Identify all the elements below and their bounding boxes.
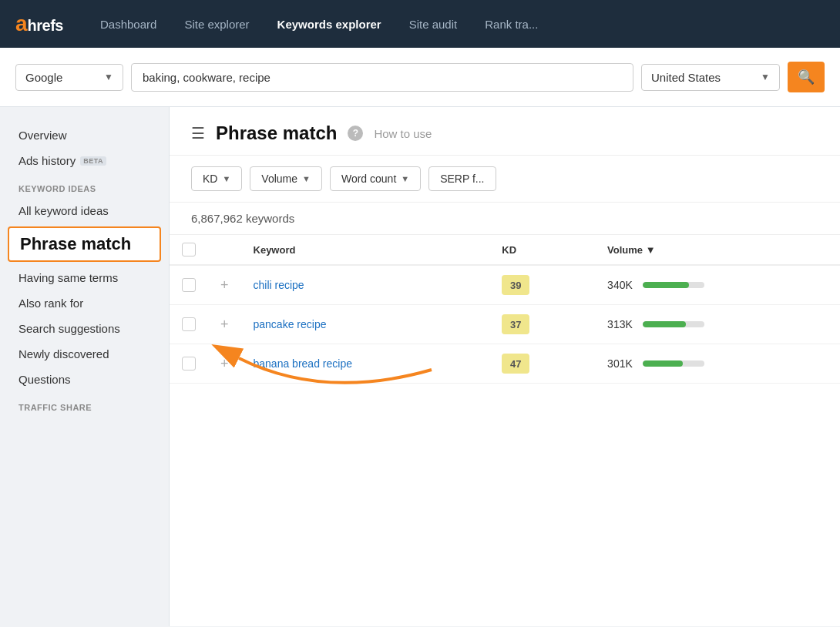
volume-bar-container bbox=[643, 282, 704, 288]
row-keyword-cell: chili recipe bbox=[241, 265, 490, 305]
ads-history-beta-badge: BETA bbox=[80, 156, 106, 166]
th-keyword: Keyword bbox=[241, 235, 490, 265]
sidebar-item-all-keyword-ideas[interactable]: All keyword ideas bbox=[0, 198, 169, 223]
th-checkbox[interactable] bbox=[170, 235, 208, 265]
th-volume[interactable]: Volume ▼ bbox=[595, 235, 840, 265]
nav-dashboard[interactable]: Dashboard bbox=[86, 0, 170, 48]
row-kd-cell: 37 bbox=[489, 305, 595, 344]
volume-bar-wrap: 340K bbox=[607, 279, 828, 291]
sidebar-item-having-same-terms[interactable]: Having same terms bbox=[0, 265, 169, 290]
logo[interactable]: ahrefs bbox=[15, 12, 63, 36]
filter-volume[interactable]: Volume ▼ bbox=[250, 166, 322, 191]
nav-rank-tracker[interactable]: Rank tra... bbox=[471, 0, 552, 48]
row-keyword-cell: banana bread recipe bbox=[241, 344, 490, 384]
content-header: ☰ Phrase match ? How to use bbox=[170, 107, 840, 156]
keyword-link[interactable]: pancake recipe bbox=[254, 318, 327, 330]
keywords-count: 6,867,962 keywords bbox=[170, 203, 840, 235]
add-button[interactable]: + bbox=[220, 356, 229, 371]
nav-links: Dashboard Site explorer Keywords explore… bbox=[86, 0, 825, 48]
row-add-cell: + bbox=[208, 265, 241, 305]
volume-bar-container bbox=[643, 360, 704, 367]
volume-bar-wrap: 301K bbox=[607, 357, 828, 370]
sidebar-item-overview[interactable]: Overview bbox=[0, 122, 169, 148]
th-add bbox=[208, 235, 241, 265]
row-checkbox-cell bbox=[170, 305, 208, 344]
sidebar-item-newly-discovered[interactable]: Newly discovered bbox=[0, 341, 169, 367]
row-add-cell: + bbox=[208, 344, 241, 384]
select-all-checkbox[interactable] bbox=[182, 243, 196, 256]
kd-badge: 39 bbox=[502, 275, 529, 295]
row-volume-cell: 340K bbox=[595, 265, 840, 305]
search-bar: Google ▼ United States ▼ 🔍 bbox=[0, 48, 840, 107]
content-area: ☰ Phrase match ? How to use KD ▼ Volume … bbox=[170, 107, 840, 626]
kd-badge: 47 bbox=[502, 354, 529, 374]
hamburger-icon[interactable]: ☰ bbox=[191, 124, 205, 142]
logo-a-letter: a bbox=[15, 12, 28, 35]
row-add-cell: + bbox=[208, 305, 241, 344]
row-checkbox-cell bbox=[170, 344, 208, 384]
top-nav: ahrefs Dashboard Site explorer Keywords … bbox=[0, 0, 840, 48]
volume-bar-wrap: 313K bbox=[607, 318, 828, 330]
row-checkbox[interactable] bbox=[182, 357, 196, 370]
row-kd-cell: 39 bbox=[489, 265, 595, 305]
filter-serp-features[interactable]: SERP f... bbox=[428, 166, 496, 191]
row-volume-cell: 313K bbox=[595, 305, 840, 344]
sidebar-item-ads-history[interactable]: Ads history BETA bbox=[0, 148, 169, 173]
keyword-input[interactable] bbox=[131, 63, 633, 92]
volume-text: 340K bbox=[607, 279, 637, 291]
keyword-link[interactable]: chili recipe bbox=[254, 279, 304, 291]
filters-row: KD ▼ Volume ▼ Word count ▼ SERP f... bbox=[170, 156, 840, 203]
th-kd[interactable]: KD bbox=[489, 235, 595, 265]
sidebar-item-also-rank-for[interactable]: Also rank for bbox=[0, 290, 169, 316]
search-button[interactable]: 🔍 bbox=[788, 62, 825, 92]
sidebar-item-phrase-match[interactable]: Phrase match bbox=[8, 226, 161, 262]
logo-hrefs: hrefs bbox=[28, 17, 63, 34]
volume-bar-fill bbox=[643, 321, 686, 327]
table-row: + banana bread recipe 47 301K bbox=[170, 344, 840, 384]
table-row: + pancake recipe 37 313K bbox=[170, 305, 840, 344]
row-checkbox-cell bbox=[170, 265, 208, 305]
filter-kd[interactable]: KD ▼ bbox=[191, 166, 242, 191]
row-checkbox[interactable] bbox=[182, 317, 196, 331]
main-layout: Overview Ads history BETA KEYWORD IDEAS … bbox=[0, 107, 840, 626]
how-to-use-link[interactable]: How to use bbox=[374, 127, 432, 140]
sidebar-item-search-suggestions[interactable]: Search suggestions bbox=[0, 316, 169, 341]
traffic-share-section-label: TRAFFIC SHARE bbox=[0, 392, 169, 417]
sidebar: Overview Ads history BETA KEYWORD IDEAS … bbox=[0, 107, 170, 626]
kd-badge: 37 bbox=[502, 314, 529, 334]
table-row: + chili recipe 39 340K bbox=[170, 265, 840, 305]
add-button[interactable]: + bbox=[220, 317, 229, 332]
filter-word-count[interactable]: Word count ▼ bbox=[330, 166, 421, 191]
country-chevron: ▼ bbox=[761, 72, 770, 82]
search-icon: 🔍 bbox=[798, 69, 815, 86]
sidebar-item-questions[interactable]: Questions bbox=[0, 367, 169, 392]
keywords-table: Keyword KD Volume ▼ + chili recipe 39 34… bbox=[170, 235, 840, 384]
volume-text: 301K bbox=[607, 357, 637, 370]
volume-bar-fill bbox=[643, 360, 683, 367]
keyword-link[interactable]: banana bread recipe bbox=[254, 357, 352, 370]
country-label: United States bbox=[651, 71, 721, 84]
nav-site-explorer[interactable]: Site explorer bbox=[170, 0, 263, 48]
nav-keywords-explorer[interactable]: Keywords explorer bbox=[264, 0, 395, 48]
add-button[interactable]: + bbox=[220, 277, 229, 293]
engine-select[interactable]: Google ▼ bbox=[15, 64, 123, 91]
nav-site-audit[interactable]: Site audit bbox=[395, 0, 472, 48]
row-checkbox[interactable] bbox=[182, 278, 196, 292]
content-title: Phrase match bbox=[216, 122, 337, 144]
keywords-table-wrap: Keyword KD Volume ▼ + chili recipe 39 34… bbox=[170, 235, 840, 626]
row-volume-cell: 301K bbox=[595, 344, 840, 384]
volume-bar-fill bbox=[643, 282, 689, 288]
engine-chevron: ▼ bbox=[104, 72, 113, 82]
keyword-ideas-section-label: KEYWORD IDEAS bbox=[0, 173, 169, 198]
engine-label: Google bbox=[25, 71, 62, 84]
country-select[interactable]: United States ▼ bbox=[641, 64, 780, 91]
help-icon[interactable]: ? bbox=[348, 126, 363, 141]
volume-text: 313K bbox=[607, 318, 637, 330]
row-keyword-cell: pancake recipe bbox=[241, 305, 490, 344]
volume-bar-container bbox=[643, 321, 704, 327]
row-kd-cell: 47 bbox=[489, 344, 595, 384]
